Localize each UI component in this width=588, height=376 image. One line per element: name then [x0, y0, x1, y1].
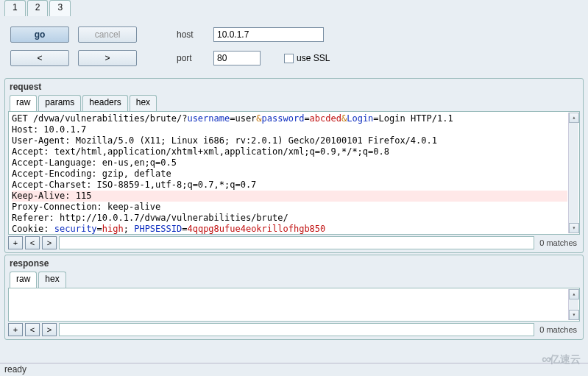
use-ssl-checkbox[interactable] — [284, 54, 294, 63]
response-plus-button[interactable]: + — [8, 323, 23, 336]
request-tab-headers[interactable]: headers — [82, 95, 127, 111]
request-line[interactable]: Host: 10.0.1.7 — [12, 124, 567, 135]
cancel-button[interactable]: cancel — [78, 26, 137, 43]
top-tabs: 1 2 3 — [0, 0, 588, 16]
response-tab-raw[interactable]: raw — [10, 272, 37, 288]
request-line[interactable]: Proxy-Connection: keep-alive — [12, 202, 567, 213]
response-prev-match-button[interactable]: < — [25, 323, 40, 336]
request-line[interactable]: Keep-Alive: 115 — [12, 191, 567, 202]
top-tab-2[interactable]: 2 — [27, 0, 49, 16]
host-input[interactable] — [213, 27, 324, 42]
response-scrollbar[interactable]: ▴ ▾ — [568, 289, 578, 320]
request-line[interactable]: Accept: text/html,application/xhtml+xml,… — [12, 146, 567, 157]
request-line[interactable]: Accept-Language: en-us,en;q=0.5 — [12, 157, 567, 169]
request-line[interactable]: Accept-Encoding: gzip, deflate — [12, 169, 567, 180]
request-line[interactable]: Accept-Charset: ISO-8859-1,utf-8;q=0.7,*… — [12, 180, 567, 191]
request-tab-hex[interactable]: hex — [130, 95, 157, 111]
response-tabs: raw hex — [5, 272, 583, 288]
response-title: response — [5, 255, 583, 272]
scroll-up-icon[interactable]: ▴ — [569, 289, 579, 299]
request-plus-button[interactable]: + — [8, 236, 23, 249]
response-content[interactable]: ▴ ▾ — [8, 288, 580, 322]
request-next-match-button[interactable]: > — [42, 236, 57, 249]
top-tab-3[interactable]: 3 — [49, 0, 71, 16]
response-tab-hex[interactable]: hex — [38, 272, 65, 288]
go-button[interactable]: go — [10, 26, 69, 43]
response-matches-label: 0 matches — [536, 325, 580, 334]
request-tabs: raw params headers hex — [5, 95, 583, 111]
request-line[interactable]: GET /dvwa/vulnerabilities/brute/?usernam… — [12, 113, 567, 124]
request-tab-params[interactable]: params — [38, 95, 81, 111]
request-prev-match-button[interactable]: < — [25, 236, 40, 249]
request-title: request — [5, 79, 583, 95]
response-panel: response raw hex ▴ ▾ + < > 0 matches — [4, 255, 584, 340]
prev-button[interactable]: < — [10, 50, 69, 66]
request-line[interactable]: User-Agent: Mozilla/5.0 (X11; Linux i686… — [12, 135, 567, 146]
scroll-down-icon[interactable]: ▾ — [569, 310, 579, 320]
watermark-logo: ∞亿速云 — [542, 352, 581, 367]
request-line[interactable]: Cookie: security=high; PHPSESSID=4qqpg8u… — [12, 224, 567, 234]
request-line[interactable]: Referer: http://10.0.1.7/dvwa/vulnerabil… — [12, 213, 567, 224]
toolbar: go cancel host < > port use SSL — [0, 16, 588, 77]
request-scrollbar[interactable]: ▴ ▾ — [568, 113, 578, 233]
scroll-down-icon[interactable]: ▾ — [569, 223, 579, 233]
request-search-input[interactable] — [59, 236, 534, 249]
status-bar: ready — [0, 363, 588, 376]
port-input[interactable] — [213, 51, 261, 65]
host-label: host — [177, 29, 205, 40]
use-ssl-label: use SSL — [297, 53, 330, 63]
request-tab-raw[interactable]: raw — [10, 95, 37, 111]
scroll-up-icon[interactable]: ▴ — [569, 113, 579, 123]
port-label: port — [177, 53, 205, 63]
top-tab-1[interactable]: 1 — [4, 0, 26, 16]
response-next-match-button[interactable]: > — [42, 323, 57, 336]
request-panel: request raw params headers hex GET /dvwa… — [4, 78, 584, 253]
request-content[interactable]: GET /dvwa/vulnerabilities/brute/?usernam… — [8, 111, 580, 235]
next-button[interactable]: > — [78, 50, 137, 66]
request-matches-label: 0 matches — [536, 238, 580, 247]
response-search-input[interactable] — [59, 323, 534, 336]
